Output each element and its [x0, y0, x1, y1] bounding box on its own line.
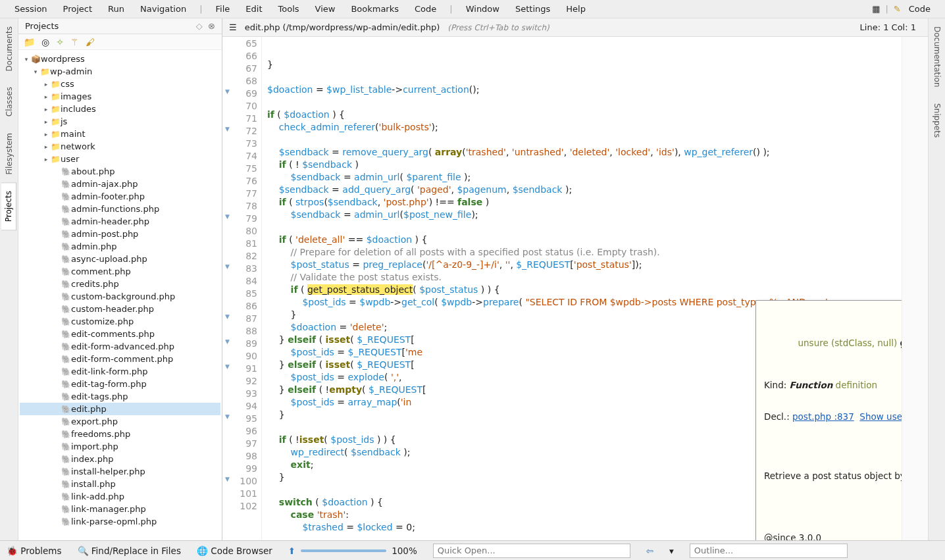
left-dock: DocumentsClassesFilesystemProjects — [0, 18, 18, 540]
tree-node[interactable]: ▸📁images — [20, 90, 220, 103]
bug-icon[interactable]: 🐞 — [7, 546, 18, 556]
show-uses-link[interactable]: Show uses — [859, 411, 902, 422]
zoom-value: 100% — [392, 546, 417, 556]
tree-node[interactable]: 🐘index.php — [20, 453, 220, 465]
globe-icon[interactable]: 🌐 — [197, 546, 208, 556]
tab-title[interactable]: edit.php (/tmp/wordpress/wp-admin/edit.p… — [245, 22, 440, 32]
menu-file[interactable]: File — [208, 4, 238, 14]
tree-node[interactable]: 🐘edit-link-form.php — [20, 365, 220, 378]
tree-node[interactable]: 🐘edit-tags.php — [20, 390, 220, 403]
menubar: SessionProjectRunNavigation | FileEditTo… — [0, 0, 945, 18]
menu-help[interactable]: Help — [558, 4, 594, 14]
brush-icon[interactable]: 🖌 — [86, 37, 95, 47]
menu-tools[interactable]: Tools — [270, 4, 307, 14]
tree-node[interactable]: ▸📁user — [20, 153, 220, 165]
menu-edit[interactable]: Edit — [238, 4, 270, 14]
tree-node[interactable]: 🐘edit.php — [20, 403, 220, 415]
tree-node[interactable]: 🐘edit-form-advanced.php — [20, 340, 220, 353]
nav-dropdown-icon[interactable]: ▾ — [669, 546, 674, 556]
dock-tab-projects[interactable]: Projects — [1, 182, 16, 230]
tree-node[interactable]: 🐘export.php — [20, 415, 220, 428]
tree-node[interactable]: ▸📁network — [20, 140, 220, 153]
menu-project[interactable]: Project — [55, 4, 100, 14]
doclist-icon[interactable]: ☰ — [229, 22, 237, 32]
project-tree[interactable]: ▾📦wordpress▾📁wp-admin▸📁css▸📁images▸📁incl… — [18, 50, 222, 540]
right-dock: DocumentationSnippets — [928, 18, 945, 540]
code-area[interactable]: } $doaction = $wp_list_table->current_ac… — [262, 37, 902, 540]
tree-node[interactable]: 🐘link-add.php — [20, 490, 220, 503]
tree-node[interactable]: 🐘edit-tag-form.php — [20, 378, 220, 390]
dock-tab-documentation[interactable]: Documentation — [930, 18, 944, 95]
pencil-icon[interactable]: ✎ — [894, 4, 901, 14]
dock-tab-classes[interactable]: Classes — [2, 79, 16, 124]
tree-node[interactable]: 🐘admin.php — [20, 240, 220, 253]
tree-node[interactable]: 🐘import.php — [20, 440, 220, 453]
menu-navigation[interactable]: Navigation — [132, 4, 194, 14]
find-replace-button[interactable]: Find/Replace in Files — [91, 546, 181, 556]
editor-body: 65666768▼697071▼72737475767778▼79808182▼… — [222, 37, 928, 540]
folder-icon[interactable]: 📁 — [24, 37, 35, 47]
tree-node[interactable]: ▸📁css — [20, 78, 220, 90]
tree-node[interactable]: 🐘custom-header.php — [20, 303, 220, 315]
tree-node[interactable]: 🐘admin-post.php — [20, 228, 220, 240]
menu-separator: | — [194, 4, 207, 14]
menu-session[interactable]: Session — [7, 4, 55, 14]
decl-link[interactable]: post.php :837 — [792, 411, 854, 422]
tree-node[interactable]: 🐘comment.php — [20, 265, 220, 278]
tree-node[interactable]: 🐘custom-background.php — [20, 290, 220, 303]
dock-tab-snippets[interactable]: Snippets — [930, 95, 944, 145]
line-gutter[interactable]: 65666768▼697071▼72737475767778▼79808182▼… — [222, 37, 262, 540]
tree-node[interactable]: 🐘async-upload.php — [20, 253, 220, 265]
outline-input[interactable] — [690, 544, 848, 558]
tree-node[interactable]: 🐘link-manager.php — [20, 503, 220, 515]
tree-node[interactable]: 🐘edit-form-comment.php — [20, 353, 220, 365]
tree-node[interactable]: 🐘admin-ajax.php — [20, 178, 220, 190]
code-mode-label[interactable]: Code — [901, 4, 938, 14]
tree-node[interactable]: 🐘admin-functions.php — [20, 203, 220, 215]
tree-node[interactable]: 🐘admin-header.php — [20, 215, 220, 228]
code-browser-button[interactable]: Code Browser — [211, 546, 272, 556]
nav-back-icon[interactable]: ⇦ — [646, 546, 653, 556]
zoom-control[interactable]: ⬆ 100% — [288, 546, 417, 556]
quick-open-input[interactable] — [433, 544, 630, 558]
minimap[interactable] — [902, 37, 928, 540]
menu-run[interactable]: Run — [100, 4, 132, 14]
tree-node[interactable]: 🐘admin-footer.php — [20, 190, 220, 203]
tree-node[interactable]: 🐘about.php — [20, 165, 220, 178]
dock-tab-filesystem[interactable]: Filesystem — [2, 125, 16, 182]
tree-node[interactable]: 🐘credits.php — [20, 278, 220, 290]
dock-tab-documents[interactable]: Documents — [2, 18, 16, 79]
tab-switch-hint: (Press Ctrl+Tab to switch) — [447, 23, 549, 32]
editor-tabbar: ☰ edit.php (/tmp/wordpress/wp-admin/edit… — [222, 18, 928, 37]
tree-node[interactable]: ▾📦wordpress — [20, 53, 220, 65]
staff-icon[interactable]: ⚚ — [70, 37, 79, 47]
menu-separator: | — [880, 4, 893, 14]
target-icon[interactable]: ◎ — [41, 37, 49, 47]
tree-node[interactable]: ▸📁maint — [20, 128, 220, 140]
tree-node[interactable]: 🐘freedoms.php — [20, 428, 220, 440]
menu-code[interactable]: Code — [407, 4, 444, 14]
tree-node[interactable]: ▸📁js — [20, 115, 220, 128]
tree-node[interactable]: ▸📁includes — [20, 103, 220, 115]
grid-icon[interactable]: ▦ — [872, 4, 880, 14]
tree-node[interactable]: 🐘install.php — [20, 478, 220, 490]
tree-node[interactable]: 🐘install-helper.php — [20, 465, 220, 478]
menu-window[interactable]: Window — [458, 4, 507, 14]
diamond-icon[interactable]: ◇ — [196, 21, 203, 31]
tree-node[interactable]: 🐘customize.php — [20, 315, 220, 328]
hover-documentation: unsure (stdClass, null) get_post_status_… — [755, 300, 902, 540]
binoculars-icon[interactable]: 🔍 — [78, 546, 89, 556]
projects-panel-title: Projects — [25, 21, 196, 31]
close-icon[interactable]: ⊗ — [208, 21, 215, 31]
projects-panel: Projects ◇ ⊗ 📁 ◎ ✧ ⚚ 🖌 ▾📦wordpress▾📁wp-a… — [18, 18, 222, 540]
cursor-position: Line: 1 Col: 1 — [860, 22, 921, 32]
problems-button[interactable]: Problems — [20, 546, 61, 556]
wizard-icon[interactable]: ✧ — [56, 37, 64, 47]
tree-node[interactable]: 🐘edit-comments.php — [20, 328, 220, 340]
zoom-up-icon[interactable]: ⬆ — [288, 546, 295, 556]
menu-view[interactable]: View — [307, 4, 344, 14]
menu-settings[interactable]: Settings — [507, 4, 558, 14]
menu-bookmarks[interactable]: Bookmarks — [343, 4, 407, 14]
tree-node[interactable]: 🐘link-parse-opml.php — [20, 515, 220, 528]
tree-node[interactable]: ▾📁wp-admin — [20, 65, 220, 78]
